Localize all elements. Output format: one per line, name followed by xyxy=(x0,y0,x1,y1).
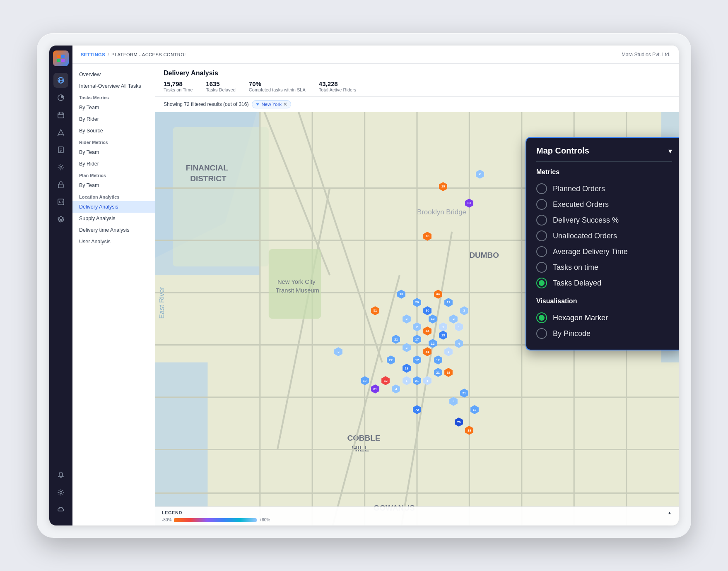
metric-option-avg-delivery-time[interactable]: Average Delivery Time xyxy=(536,244,672,259)
hex-marker[interactable]: 1 xyxy=(402,376,412,386)
sidebar-item-calendar[interactable] xyxy=(53,108,68,122)
nav-item-user-analysis[interactable]: User Analysis xyxy=(72,236,155,247)
nav-item-rider-by-rider[interactable]: By Rider xyxy=(72,158,155,170)
hex-marker[interactable]: 83 xyxy=(464,198,474,208)
hex-marker[interactable]: 4 xyxy=(448,396,458,406)
hex-marker[interactable]: 4 xyxy=(391,384,401,394)
vis-option-hexagon[interactable]: Hexagon Marker xyxy=(536,310,672,326)
sidebar-item-analytics[interactable] xyxy=(53,90,68,105)
nav-item-supply-analysis[interactable]: Supply Analysis xyxy=(72,213,155,224)
panel-chevron-icon[interactable]: ▾ xyxy=(668,146,672,156)
hex-marker[interactable]: 18 xyxy=(422,231,432,241)
radio-planned-orders[interactable] xyxy=(536,183,547,194)
hex-marker[interactable]: 2 xyxy=(333,347,343,357)
hex-marker[interactable]: 22 xyxy=(386,355,396,365)
nav-section-rider: Rider Metrics xyxy=(72,137,155,146)
hex-marker[interactable]: 44 xyxy=(433,289,443,299)
sidebar-item-globe[interactable] xyxy=(53,73,68,88)
radio-avg-delivery-time[interactable] xyxy=(536,246,547,257)
hex-marker[interactable]: 41 xyxy=(422,347,432,357)
hex-marker[interactable]: 44 xyxy=(422,326,432,336)
hex-marker[interactable]: 1 xyxy=(454,322,464,332)
filter-chip-location[interactable]: New York ✕ xyxy=(252,100,291,108)
radio-hexagon-marker[interactable] xyxy=(536,312,547,323)
hex-marker[interactable]: 2 xyxy=(402,343,412,353)
nav-item-tasks-by-source[interactable]: By Source xyxy=(72,125,155,137)
sidebar-item-document[interactable] xyxy=(53,142,68,157)
hex-marker[interactable]: 15 xyxy=(438,330,448,340)
nav-item-tasks-by-rider[interactable]: By Rider xyxy=(72,113,155,125)
hex-marker[interactable]: 21 xyxy=(433,367,443,377)
sidebar-item-reports[interactable] xyxy=(53,194,68,209)
metric-option-planned-orders[interactable]: Planned Orders xyxy=(536,181,672,197)
hex-marker[interactable]: 13 xyxy=(396,289,406,299)
sidebar-item-settings[interactable] xyxy=(53,160,68,175)
radio-pincode[interactable] xyxy=(536,328,547,339)
sidebar-item-bell[interactable] xyxy=(53,468,68,482)
stat-value-tasks-delayed: 1635 xyxy=(206,80,236,87)
metric-option-delivery-success[interactable]: Delivery Success % xyxy=(536,212,672,228)
hex-marker[interactable]: 2 xyxy=(412,322,422,332)
hex-marker[interactable]: 13 xyxy=(470,405,480,415)
hex-marker[interactable]: 3 xyxy=(459,306,469,316)
hex-marker[interactable]: 17 xyxy=(412,334,422,344)
vis-option-pincode[interactable]: By Pincode xyxy=(536,326,672,341)
hex-marker[interactable]: 81 xyxy=(370,384,380,394)
nav-item-rider-by-team[interactable]: By Team xyxy=(72,146,155,158)
legend-bar: LEGEND ▲ -80% +80% xyxy=(155,506,679,525)
hex-marker[interactable]: 72 xyxy=(412,405,422,415)
nav-item-tasks-by-team[interactable]: By Team xyxy=(72,102,155,113)
metric-option-unallocated-orders[interactable]: Unallocated Orders xyxy=(536,228,672,244)
metric-option-tasks-delayed[interactable]: Tasks Delayed xyxy=(536,275,672,291)
sidebar-logo[interactable] xyxy=(53,50,69,66)
radio-delivery-success[interactable] xyxy=(536,215,547,226)
nav-item-internal-overview[interactable]: Internal-Overview All Tasks xyxy=(72,80,155,92)
stat-value-completed-sla: 70% xyxy=(249,80,306,87)
hex-marker[interactable]: 70 xyxy=(454,417,464,427)
nav-item-delivery-time[interactable]: Delivery time Analysis xyxy=(72,224,155,236)
sidebar-item-lock[interactable] xyxy=(53,177,68,192)
hex-marker[interactable]: 18 xyxy=(444,367,453,377)
radio-executed-orders[interactable] xyxy=(536,199,547,210)
hex-marker[interactable]: 28 xyxy=(402,363,412,373)
sidebar-item-cloud[interactable] xyxy=(53,502,68,517)
stat-completed-sla: 70% Completed tasks within SLA xyxy=(249,80,306,92)
hex-marker[interactable]: 21 xyxy=(412,376,422,386)
metric-option-executed-orders[interactable]: Executed Orders xyxy=(536,197,672,212)
hex-marker[interactable]: 19 xyxy=(360,376,370,386)
hex-marker[interactable]: 62 xyxy=(381,376,391,386)
radio-unallocated-orders[interactable] xyxy=(536,230,547,241)
radio-tasks-on-time[interactable] xyxy=(536,262,547,273)
map-canvas[interactable]: FINANCIAL DISTRICT DUMBO Brooklyn Bridge xyxy=(155,112,679,525)
nav-item-plan-by-team[interactable]: By Team xyxy=(72,180,155,191)
hex-marker[interactable]: 4 xyxy=(454,338,464,348)
breadcrumb-settings[interactable]: SETTINGS xyxy=(81,52,105,57)
metric-option-tasks-on-time[interactable]: Tasks on time xyxy=(536,259,672,275)
sidebar-item-navigation[interactable] xyxy=(53,125,68,140)
hex-marker[interactable]: 2 xyxy=(475,169,485,179)
stat-tasks-delayed: 1635 Tasks Delayed xyxy=(206,80,236,92)
radio-tasks-delayed[interactable] xyxy=(536,278,547,288)
hex-marker[interactable]: 17 xyxy=(412,355,422,365)
hex-marker[interactable]: 51 xyxy=(370,306,380,316)
hex-marker[interactable]: 19 xyxy=(438,182,448,192)
hex-marker[interactable]: 21 xyxy=(459,388,469,398)
sidebar-item-layers[interactable] xyxy=(53,212,68,227)
hex-marker[interactable]: 21 xyxy=(391,334,401,344)
legend-chevron-icon[interactable]: ▲ xyxy=(668,510,672,515)
hex-marker[interactable]: 1 xyxy=(422,376,432,386)
hex-marker[interactable]: 13 xyxy=(428,314,438,324)
hex-marker[interactable]: 20 xyxy=(412,297,422,307)
nav-item-overview[interactable]: Overview xyxy=(72,69,155,80)
hex-marker[interactable]: 1 xyxy=(444,347,453,357)
map-header: Delivery Analysis 15,798 Tasks on Time 1… xyxy=(155,64,679,97)
hex-marker[interactable]: 2 xyxy=(402,314,412,324)
hex-marker[interactable]: 18 xyxy=(464,425,474,435)
hex-marker[interactable]: 11 xyxy=(444,297,453,307)
svg-text:DISTRICT: DISTRICT xyxy=(190,174,227,183)
nav-section-tasks: Tasks Metrics xyxy=(72,92,155,102)
sidebar-item-gear-bottom[interactable] xyxy=(53,485,68,500)
nav-item-delivery-analysis[interactable]: Delivery Analysis xyxy=(72,201,155,213)
filter-close-icon[interactable]: ✕ xyxy=(283,101,287,107)
hex-marker[interactable]: 12 xyxy=(433,355,443,365)
